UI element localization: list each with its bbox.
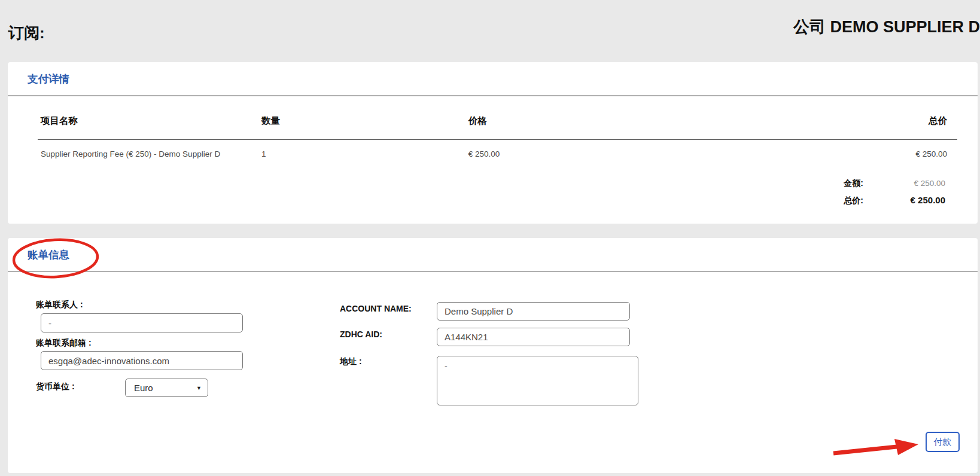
grand-total-row: 总价: € 250.00 <box>844 195 945 212</box>
cell-price: € 250.00 <box>465 140 815 159</box>
billing-panel-header: 账单信息 <box>8 238 978 272</box>
cell-item-name: Supplier Reporting Fee (€ 250) - Demo Su… <box>38 140 258 159</box>
billing-email-label: 账单联系邮箱 : <box>36 338 92 349</box>
cell-quantity: 1 <box>258 140 465 159</box>
account-name-input[interactable] <box>437 302 630 321</box>
grand-total-value: € 250.00 <box>863 195 945 205</box>
col-header-total: 总价 <box>815 115 957 140</box>
currency-selected-value: Euro <box>134 383 153 393</box>
red-arrow-annotation <box>830 438 921 458</box>
address-label: 地址 : <box>340 356 362 367</box>
account-name-label: ACCOUNT NAME: <box>340 304 412 313</box>
payment-details-panel: 支付详情 项目名称 数量 价格 总价 Supplier Reporting Fe… <box>8 62 978 224</box>
payment-table-header-row: 项目名称 数量 价格 总价 <box>38 115 957 140</box>
zdhc-aid-label: ZDHC AID: <box>340 329 382 339</box>
payment-panel-header: 支付详情 <box>8 62 978 96</box>
zdhc-aid-input[interactable] <box>437 328 630 346</box>
totals-block: 金额: € 250.00 总价: € 250.00 <box>844 178 945 212</box>
billing-contact-label: 账单联系人 : <box>36 300 83 310</box>
currency-label: 货币单位 : <box>36 382 75 392</box>
amount-label: 金额: <box>844 178 863 189</box>
amount-row: 金额: € 250.00 <box>844 178 945 195</box>
payment-panel-title: 支付详情 <box>28 72 69 86</box>
amount-value: € 250.00 <box>863 179 945 188</box>
col-header-quantity: 数量 <box>258 115 465 140</box>
payment-table: 项目名称 数量 价格 总价 Supplier Reporting Fee (€ … <box>38 115 957 158</box>
table-row: Supplier Reporting Fee (€ 250) - Demo Su… <box>38 140 957 159</box>
chevron-down-icon: ▼ <box>196 385 202 391</box>
grand-total-label: 总价: <box>844 196 863 206</box>
billing-info-panel: 账单信息 账单联系人 : 账单联系邮箱 : 货币单位 : Euro ▼ ACCO… <box>8 238 978 473</box>
company-title: 公司 DEMO SUPPLIER D <box>793 16 980 38</box>
pay-button[interactable]: 付款 <box>926 432 960 452</box>
billing-email-input[interactable] <box>41 351 243 370</box>
address-textarea[interactable]: - <box>437 356 638 405</box>
col-header-price: 价格 <box>465 115 815 140</box>
page-title: 订阅: <box>8 23 45 44</box>
cell-total: € 250.00 <box>815 140 957 159</box>
col-header-item-name: 项目名称 <box>38 115 258 140</box>
billing-panel-title: 账单信息 <box>28 248 69 262</box>
currency-select[interactable]: Euro ▼ <box>125 379 208 397</box>
billing-contact-input[interactable] <box>41 313 243 332</box>
